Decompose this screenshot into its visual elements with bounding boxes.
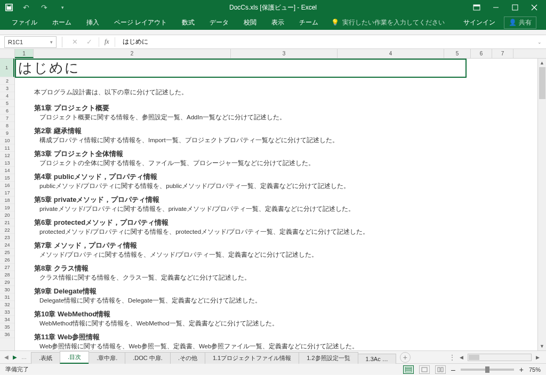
close-button[interactable] [530, 3, 539, 12]
hscroll-left-icon[interactable]: ◀ [457, 355, 465, 360]
tab-resize-handle[interactable]: ⋮ [449, 354, 455, 361]
column-header[interactable]: 5 [444, 49, 471, 58]
save-icon[interactable] [5, 4, 13, 11]
row-header[interactable]: 18 [0, 197, 14, 204]
scroll-down-icon[interactable]: ▼ [538, 342, 546, 350]
sign-in-link[interactable]: サインイン [463, 18, 495, 27]
select-all-corner[interactable] [0, 49, 15, 58]
row-header[interactable]: 25 [0, 249, 14, 256]
view-page-layout-button[interactable] [419, 365, 430, 374]
row-header[interactable]: 22 [0, 226, 14, 234]
row-header[interactable]: 31 [0, 293, 14, 301]
tab-review[interactable]: 校閲 [236, 15, 264, 30]
expand-formula-bar-icon[interactable]: ⌄ [536, 39, 546, 45]
row-header[interactable]: 23 [0, 234, 14, 241]
sheet-tab[interactable]: .表紙 [31, 352, 60, 364]
zoom-in-button[interactable]: + [519, 365, 524, 374]
zoom-slider[interactable] [461, 369, 514, 371]
column-header[interactable]: 7 [492, 49, 513, 58]
vertical-scrollbar[interactable]: ▲ ▼ [537, 59, 546, 350]
tab-home[interactable]: ホーム [45, 15, 79, 30]
tab-data[interactable]: データ [202, 15, 236, 30]
row-header[interactable]: 3 [0, 85, 14, 92]
share-button[interactable]: 👤 共有 [504, 17, 536, 29]
row-header[interactable]: 17 [0, 189, 14, 197]
tab-insert[interactable]: 挿入 [79, 15, 107, 30]
row-header[interactable]: 4 [0, 92, 14, 100]
redo-button[interactable]: ↷ [39, 3, 49, 12]
row-header[interactable]: 10 [0, 137, 14, 144]
column-header[interactable]: 6 [471, 49, 492, 58]
zoom-out-button[interactable]: – [451, 365, 455, 374]
zoom-slider-thumb[interactable] [485, 366, 489, 373]
cells-grid[interactable]: はじめに 本プログラム設計書は、以下の章に分けて記述した。 第1章 プロジェクト… [15, 59, 546, 350]
tab-view[interactable]: 表示 [264, 15, 292, 30]
row-header[interactable]: 11 [0, 144, 14, 152]
row-header[interactable]: 27 [0, 264, 14, 271]
row-header[interactable]: 21 [0, 219, 14, 226]
sheet-tab[interactable]: 1.1プロジェクトファイル情報 [205, 352, 299, 364]
row-header[interactable]: 5 [0, 100, 14, 107]
row-header[interactable]: 33 [0, 308, 14, 316]
tab-formulas[interactable]: 数式 [174, 15, 202, 30]
horizontal-scrollbar[interactable] [468, 354, 532, 361]
tab-team[interactable]: チーム [292, 15, 326, 30]
sheet-tab[interactable]: .目次 [60, 351, 89, 364]
row-header[interactable]: 36 [0, 331, 14, 338]
sheet-tab[interactable]: .章中扉. [89, 352, 125, 364]
tab-page-layout[interactable]: ページ レイアウト [107, 15, 174, 30]
scroll-up-icon[interactable]: ▲ [538, 59, 546, 67]
column-header[interactable]: 2 [34, 49, 231, 58]
column-header[interactable]: 4 [338, 49, 444, 58]
row-header[interactable]: 15 [0, 174, 14, 182]
row-header[interactable]: 35 [0, 323, 14, 331]
qat-customize-icon[interactable]: ▾ [58, 3, 67, 12]
column-header[interactable]: 1 [15, 49, 34, 58]
row-header[interactable]: 1 [0, 59, 14, 77]
row-header[interactable]: 16 [0, 182, 14, 189]
sheet-tab[interactable]: .その他 [170, 352, 205, 364]
row-header[interactable]: 9 [0, 129, 14, 137]
row-header[interactable]: 20 [0, 211, 14, 219]
tab-nav-prev-icon[interactable]: ◀ [4, 354, 9, 360]
chevron-down-icon[interactable]: ▾ [50, 39, 53, 45]
row-header[interactable]: 28 [0, 271, 14, 279]
scrollbar-thumb[interactable] [469, 355, 479, 360]
ribbon-display-options-icon[interactable] [472, 3, 481, 12]
row-header[interactable]: 8 [0, 122, 14, 129]
scrollbar-thumb[interactable] [539, 67, 545, 99]
row-header[interactable]: 14 [0, 167, 14, 174]
row-header[interactable]: 30 [0, 286, 14, 293]
hscroll-right-icon[interactable]: ▶ [534, 355, 542, 360]
minimize-button[interactable] [492, 3, 500, 12]
row-header[interactable]: 29 [0, 279, 14, 286]
name-box[interactable]: R1C1 ▾ [4, 36, 57, 48]
cancel-formula-icon[interactable]: ✕ [68, 38, 82, 46]
formula-input[interactable] [117, 36, 536, 48]
row-header[interactable]: 2 [0, 77, 14, 85]
undo-button[interactable]: ↶ [21, 3, 31, 12]
tab-nav-menu-icon[interactable]: … [21, 354, 27, 360]
row-header[interactable]: 32 [0, 301, 14, 308]
tab-file[interactable]: ファイル [4, 15, 45, 30]
row-header[interactable]: 34 [0, 316, 14, 323]
zoom-level[interactable]: 75% [529, 366, 541, 373]
view-normal-button[interactable] [403, 365, 414, 374]
row-header[interactable]: 7 [0, 115, 14, 122]
tell-me-search[interactable]: 💡 実行したい作業を入力してください [331, 18, 445, 27]
row-header[interactable]: 12 [0, 152, 14, 159]
tab-nav-next-icon[interactable]: ▶ [13, 354, 17, 360]
fx-icon[interactable]: fx [101, 38, 113, 46]
row-header[interactable]: 26 [0, 256, 14, 264]
maximize-button[interactable] [511, 3, 519, 12]
new-sheet-button[interactable]: + [400, 352, 411, 363]
row-header[interactable]: 6 [0, 107, 14, 115]
view-page-break-button[interactable] [435, 365, 446, 374]
sheet-tab[interactable]: 1.2参照設定一覧 [299, 352, 358, 364]
row-header[interactable]: 24 [0, 241, 14, 249]
sheet-tab[interactable]: .DOC 中扉. [125, 352, 171, 364]
enter-formula-icon[interactable]: ✓ [82, 38, 97, 46]
row-header[interactable]: 19 [0, 204, 14, 211]
column-header[interactable]: 3 [231, 49, 338, 58]
sheet-tab[interactable]: 1.3Ac … [358, 354, 396, 364]
